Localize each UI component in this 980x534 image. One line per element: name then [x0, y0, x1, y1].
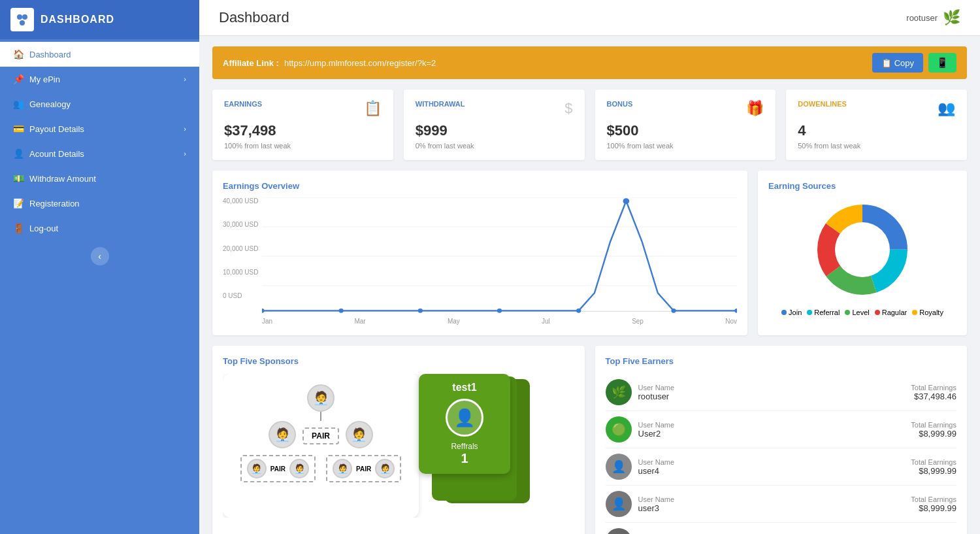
stat-card-downlines: DOWENLINES 👥 4 50% from last weak: [786, 90, 967, 160]
svg-point-21: [835, 222, 890, 277]
earner-name-3: user3: [638, 503, 905, 513]
sidebar-icon-withdraw-amount: 💵: [13, 173, 24, 184]
left-avatar: 🧑‍💼: [269, 421, 296, 448]
stat-icon-bonus: 🎁: [746, 100, 764, 117]
earner-info-2: User Name user4: [638, 458, 905, 476]
right-avatar: 🧑‍💼: [346, 421, 373, 448]
pair-box-ll: 🧑‍💼 PAIR 🧑‍💼: [240, 455, 316, 482]
copy-icon: 📋: [881, 58, 892, 68]
sidebar-label-withdraw-amount: Withdraw Amount: [29, 174, 96, 184]
stat-value-earnings: $37,498: [224, 122, 382, 139]
charts-row: Earnings Overview 40,000 USD30,000 USD20…: [212, 171, 967, 335]
sidebar-icon-registration: 📝: [13, 198, 24, 209]
sidebar: DASHBOARD 🏠Dashboard📌My ePin›👥Genealogy💳…: [0, 0, 199, 534]
earner-earnings-0: Total Earnings $37,498.46: [911, 384, 956, 401]
svg-point-2: [20, 20, 25, 25]
user-info: rootuser 🌿: [906, 9, 960, 26]
earner-label-col: User Name: [638, 384, 905, 392]
main-header: Dashboard rootuser 🌿: [199, 0, 980, 36]
earner-row-2: 👤 User Name user4 Total Earnings $8,999.…: [606, 448, 957, 486]
whatsapp-icon: 📱: [936, 57, 949, 68]
affiliate-url: https://ump.mlmforest.com/register/?k=2: [284, 58, 867, 68]
sidebar-header: DASHBOARD: [0, 0, 199, 39]
sidebar-item-genealogy[interactable]: 👥Genealogy: [0, 92, 199, 116]
sidebar-label-my-epin: My ePin: [29, 75, 60, 84]
center-pair: PAIR: [302, 424, 339, 444]
spacer: [320, 448, 321, 455]
earner-label-col: User Name: [638, 458, 905, 466]
svg-point-11: [497, 309, 502, 313]
top-earners-card: Top Five Earners 🌿 User Name rootuser To…: [595, 346, 968, 534]
sidebar-label-genealogy: Genealogy: [29, 99, 71, 109]
earner-avatar-0: 🌿: [606, 379, 632, 405]
earner-earnings-col: Total Earnings: [911, 384, 956, 392]
legend-item-ragular: Ragular: [875, 309, 907, 316]
affiliate-buttons: 📋 Copy 📱: [872, 53, 956, 73]
sidebar-icon-genealogy: 👥: [13, 99, 24, 109]
top-earners-title: Top Five Earners: [606, 356, 957, 366]
rr-branch: 🧑‍💼 PAIR 🧑‍💼: [326, 455, 401, 482]
earner-earnings-col: Total Earnings: [911, 421, 956, 429]
earner-label-col: User Name: [638, 421, 905, 429]
svg-point-1: [22, 14, 27, 20]
earnings-chart-card: Earnings Overview 40,000 USD30,000 USD20…: [212, 171, 747, 335]
sidebar-toggle[interactable]: ‹: [91, 247, 109, 265]
sidebar-title: DASHBOARD: [41, 14, 114, 25]
right-branch: 🧑‍💼: [346, 421, 373, 448]
donut-legend: JoinReferralLevelRagularRoyalty: [781, 309, 943, 316]
line-chart: 40,000 USD30,000 USD20,000 USD10,000 USD…: [223, 197, 737, 315]
arrow-icon: ›: [184, 150, 186, 158]
y-label: 0 USD: [223, 292, 262, 299]
stat-value-bonus: $500: [607, 122, 764, 139]
sidebar-icon-account-details: 👤: [13, 148, 24, 159]
stat-icon-withdrawal: $: [564, 100, 572, 117]
y-axis-labels: 40,000 USD30,000 USD20,000 USD10,000 USD…: [223, 197, 262, 299]
sidebar-logo: [10, 8, 34, 31]
sidebar-item-logout[interactable]: 🚪Log-out: [0, 216, 199, 241]
legend-dot-royalty: [912, 310, 917, 315]
earner-earnings-col: Total Earnings: [911, 495, 956, 503]
stat-sub-withdrawal: 0% from last weak: [416, 142, 573, 150]
x-label: Nov: [725, 318, 737, 325]
x-label: Jul: [542, 318, 550, 325]
stat-header-earnings: EARNINGS 📋: [224, 100, 382, 117]
bottom-row: Top Five Sponsors 🧑‍💼 🧑‍💼: [212, 346, 967, 534]
pair-diagram: 🧑‍💼 🧑‍💼 PAIR: [223, 374, 419, 518]
stat-value-downlines: 4: [798, 122, 955, 139]
earner-earnings-col: Total Earnings: [911, 458, 956, 466]
pair-box-rr: 🧑‍💼 PAIR 🧑‍💼: [326, 455, 401, 482]
earner-name-0: rootuser: [638, 392, 905, 401]
legend-label: Royalty: [919, 309, 943, 316]
stat-card-earnings: EARNINGS 📋 $37,498 100% from last weak: [212, 90, 393, 160]
main-area: Dashboard rootuser 🌿 Affiliate Link : ht…: [199, 0, 980, 534]
svg-point-0: [17, 14, 22, 20]
sidebar-item-registration[interactable]: 📝Registeration: [0, 191, 199, 216]
earning-sources-card: Earning Sources JoinReferralLevelRagular…: [758, 171, 967, 335]
sidebar-item-dashboard[interactable]: 🏠Dashboard: [0, 42, 199, 67]
copy-button[interactable]: 📋 Copy: [872, 53, 923, 73]
sidebar-item-account-details[interactable]: 👤Acount Details›: [0, 141, 199, 166]
legend-label: Ragular: [882, 309, 907, 316]
sidebar-item-withdraw-amount[interactable]: 💵Withdraw Amount: [0, 166, 199, 191]
whatsapp-button[interactable]: 📱: [928, 53, 956, 73]
x-label: Mar: [354, 318, 365, 325]
stat-icon-earnings: 📋: [364, 100, 382, 117]
sidebar-item-my-epin[interactable]: 📌My ePin›: [0, 67, 199, 92]
stat-sub-downlines: 50% from last weak: [798, 142, 955, 150]
sidebar-icon-payout-details: 💳: [13, 124, 24, 134]
legend-dot-join: [781, 310, 787, 315]
earner-earnings-1: Total Earnings $8,999.99: [911, 421, 956, 439]
main-body: Affiliate Link : https://ump.mlmforest.c…: [199, 36, 980, 534]
y-label: 10,000 USD: [223, 269, 262, 276]
earner-earnings-2: Total Earnings $8,999.99: [911, 458, 956, 476]
sponsor-avatar: 👤: [446, 399, 483, 437]
sidebar-item-payout-details[interactable]: 💳Payout Details›: [0, 116, 199, 141]
top-sponsors-title: Top Five Sponsors: [223, 356, 574, 366]
rr-avatar: 🧑‍💼: [333, 459, 352, 478]
legend-label: Referral: [814, 309, 840, 316]
stat-card-bonus: BONUS 🎁 $500 100% from last weak: [595, 90, 776, 160]
stat-sub-bonus: 100% from last weak: [607, 142, 764, 150]
sponsors-area: 🧑‍💼 🧑‍💼 PAIR: [223, 374, 574, 518]
svg-point-13: [623, 198, 630, 204]
sidebar-label-account-details: Acount Details: [29, 149, 84, 159]
